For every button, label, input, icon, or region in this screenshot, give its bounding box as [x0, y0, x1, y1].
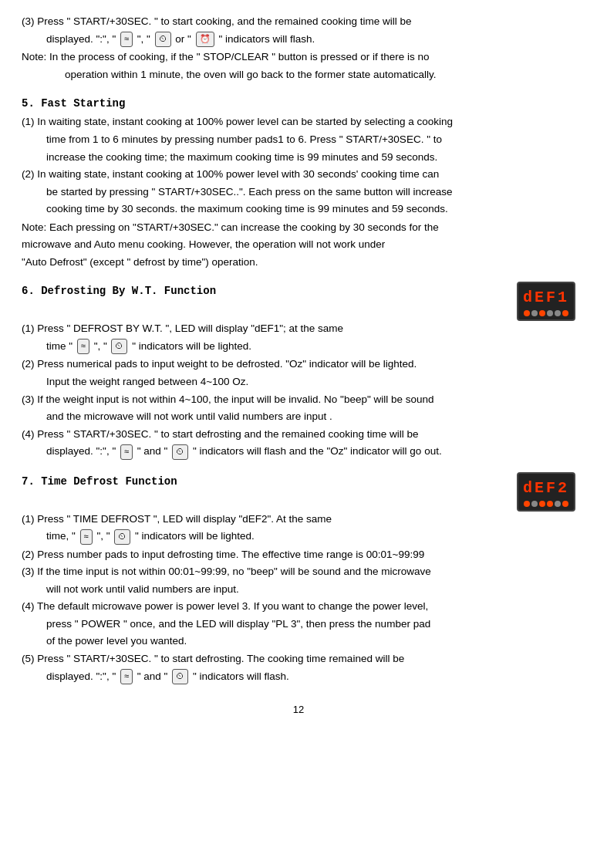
- s6-item3-text2: and the microwave will not work until va…: [46, 410, 332, 422]
- section7-item5: (5) Press " START/+30SEC. " to start def…: [22, 651, 575, 667]
- section7-item1: (1) Press " TIME DEFROST ", LED will dis…: [22, 512, 575, 527]
- section6-item4: (4) Press " START/+30SEC. " to start def…: [22, 427, 575, 442]
- s7-item5-text2: displayed. ":", ": [46, 670, 119, 682]
- section7-title: 7. Time Defrost Function: [22, 474, 575, 489]
- dot3: [539, 310, 545, 316]
- wave-icon-2: ≈: [77, 339, 89, 354]
- section7-item3: (3) If the time input is not within 00:0…: [22, 564, 575, 579]
- timer-icon-2: ⏲: [111, 339, 127, 354]
- section5-note1: Note: Each pressing on "START/+30SEC." c…: [22, 220, 575, 235]
- section5-note2: microwave and Auto menu cooking. However…: [22, 237, 575, 252]
- section6-item4-line2: displayed. ":", " ≈ " and " ⏲ " indicato…: [22, 444, 575, 459]
- section5-item1-line3: increase the cooking time; the maximum c…: [22, 150, 575, 165]
- section6-item1-line2: time " ≈ ", " ⏲ " indicators will be lig…: [22, 339, 575, 354]
- s7-item5-num: (5): [22, 653, 37, 664]
- s7-item4-text2: press " POWER " once, and the LED will d…: [46, 618, 430, 630]
- section6-led-digits: dEF1: [523, 286, 569, 309]
- section-7: dEF2 7. Time Defrost Function (1) Press …: [22, 474, 575, 684]
- dot4: [547, 310, 553, 316]
- section6-item2-line2: Input the weight ranged between 4~100 Oz…: [22, 374, 575, 390]
- section7-led-box: dEF2: [517, 472, 575, 512]
- s7-dot5: [555, 501, 561, 507]
- s7-dot4: [547, 501, 553, 507]
- wave-icon-5: ≈: [120, 669, 133, 684]
- s7-item1-text1: Press " TIME DEFROST ", LED will display…: [37, 513, 332, 525]
- section7-led-dots: [523, 501, 569, 507]
- step3-text3: ", ": [137, 33, 153, 45]
- s7-dot2: [531, 501, 538, 507]
- s7-item1-num: (1): [22, 513, 37, 525]
- step3-line1: (3) Press " START/+30SEC. " to start coo…: [22, 14, 575, 29]
- note-line1: Note: In the process of cooking, if the …: [22, 49, 575, 65]
- dot2: [531, 310, 538, 316]
- item2-text2: be started by pressing " START/+30SEC.."…: [46, 186, 452, 198]
- s7-item2-num: (2): [22, 549, 37, 560]
- note-text1: Note: In the process of cooking, if the …: [22, 51, 430, 62]
- s6-item3-text1: If the weight input is not within 4~100,…: [37, 393, 433, 405]
- s7-item1-text3: ", ": [96, 530, 113, 542]
- timer-icon-4: ⏲: [114, 529, 130, 545]
- dot1: [524, 310, 530, 316]
- s7-dot6: [562, 501, 568, 507]
- s6-item2-num: (2): [22, 358, 37, 370]
- section6-item1: (1) Press " DEFROST BY W.T. ", LED will …: [22, 321, 575, 336]
- s6-item3-num: (3): [22, 393, 37, 405]
- section5-title: 5. Fast Starting: [22, 96, 575, 111]
- item2-text1: In waiting state, instant cooking at 100…: [37, 168, 439, 180]
- section7-item2: (2) Press number pads to input defrostin…: [22, 547, 575, 562]
- wave-icon-3: ≈: [120, 444, 133, 460]
- s7-item3-num: (3): [22, 566, 37, 577]
- section7-item1-line2: time, " ≈ ", " ⏲ " indicators will be li…: [22, 529, 575, 544]
- section5-note3: "Auto Defrost" (except " defrost by time…: [22, 255, 575, 270]
- section6-item3-line2: and the microwave will not work until va…: [22, 409, 575, 424]
- section6-led-dots: [523, 310, 569, 316]
- timer-icon-3: ⏲: [172, 444, 188, 460]
- dot5: [555, 310, 561, 316]
- section5-item1-line2: time from 1 to 6 minutes by pressing num…: [22, 132, 575, 147]
- section5-item2-line3: cooking time by 30 seconds. the maximum …: [22, 201, 575, 217]
- s6-item4-text3: " and ": [137, 445, 170, 457]
- section6-title: 6. Defrosting By W.T. Function: [22, 283, 575, 299]
- note5-text1: Note: Each pressing on "START/+30SEC." c…: [22, 221, 439, 233]
- s7-item1-text4: " indicators will be lighted.: [135, 530, 255, 542]
- section7-item4-line2: press " POWER " once, and the LED will d…: [22, 616, 575, 632]
- s6-item4-num: (4): [22, 428, 37, 440]
- or-text: or ": [175, 33, 194, 45]
- s6-item4-text1: Press " START/+30SEC. " to start defrost…: [37, 428, 418, 440]
- section7-item5-line2: displayed. ":", " ≈ " and " ⏲ " indicato…: [22, 669, 575, 684]
- intro-section: (3) Press " START/+30SEC. " to start coo…: [22, 14, 575, 82]
- section7-item4-line3: of the power level you wanted.: [22, 633, 575, 649]
- timer-icon-5: ⏲: [172, 669, 188, 684]
- item1-num: (1): [22, 116, 37, 127]
- s6-item1-text2: time ": [46, 340, 76, 352]
- page-number: 12: [22, 703, 575, 718]
- item1-text3: increase the cooking time; the maximum c…: [46, 151, 437, 163]
- note-line2: operation within 1 minute, the oven will…: [22, 67, 575, 83]
- s7-item4-text3: of the power level you wanted.: [46, 635, 187, 647]
- step3-text4: " indicators will flash.: [218, 33, 315, 45]
- section-6: dEF1 6. Defrosting By W.T. Function (1) …: [22, 283, 575, 459]
- s7-item1-text2: time, ": [46, 530, 79, 542]
- section7-led-digits: dEF2: [523, 477, 569, 499]
- s7-item2-text1: Press number pads to input defrosting ti…: [37, 549, 424, 560]
- s7-item5-text4: " indicators will flash.: [193, 670, 289, 682]
- section6-header: dEF1 6. Defrosting By W.T. Function: [22, 283, 575, 321]
- s7-item5-text1: Press " START/+30SEC. " to start defrost…: [37, 653, 404, 664]
- section6-item3: (3) If the weight input is not within 4~…: [22, 392, 575, 407]
- s6-item1-text4: " indicators will be lighted.: [132, 340, 251, 352]
- s6-item1-text3: ", ": [94, 340, 110, 352]
- dot6: [562, 310, 568, 316]
- s6-item2-text1: Press numerical pads to input weight to …: [37, 358, 417, 370]
- page-content: (3) Press " START/+30SEC. " to start coo…: [22, 14, 575, 718]
- note-text2: operation within 1 minute, the oven will…: [65, 69, 437, 80]
- page-num-text: 12: [293, 704, 304, 715]
- section7-header: dEF2 7. Time Defrost Function: [22, 474, 575, 512]
- section7-item3-line2: will not work until valid numbers are in…: [22, 582, 575, 597]
- wave-icon-4: ≈: [80, 529, 93, 545]
- s7-item4-text1: The default microwave power is power lev…: [37, 600, 428, 612]
- note5-text2: microwave and Auto menu cooking. However…: [22, 238, 385, 250]
- s7-dot3: [539, 501, 545, 507]
- step3-line2: displayed. ":", " ≈ ", " ⏲ or " ⏰ " indi…: [22, 32, 575, 47]
- note5-text3: "Auto Defrost" (except " defrost by time…: [22, 256, 258, 268]
- section5-item1: (1) In waiting state, instant cooking at…: [22, 114, 575, 130]
